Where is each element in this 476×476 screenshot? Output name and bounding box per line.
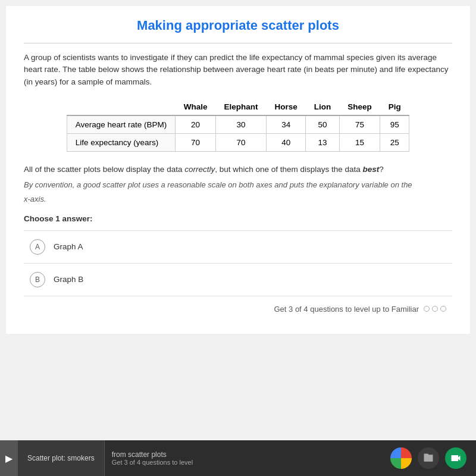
level-dot-1 [424,306,430,312]
question-note: By convention, a good scatter plot uses … [24,179,452,191]
table-header-horse: Horse [267,99,306,115]
row-label-life-expectancy: Life expectancy (years) [67,133,176,151]
table-header-lion: Lion [306,99,340,115]
life-expectancy-elephant: 70 [216,133,267,151]
circle-label-b: B [30,272,45,287]
taskbar-item[interactable]: Scatter plot: smokers [18,440,105,476]
level-dots [424,306,446,312]
table-header-pig: Pig [380,99,409,115]
table-header-empty [67,99,176,115]
page-title: Making appropriate scatter plots [24,18,452,33]
choose-label: Choose 1 answer: [24,214,452,223]
taskbar-right-title: from scatter plots [112,450,383,459]
table-header-row: Whale Elephant Horse Lion Sheep Pig [67,99,409,115]
circle-label-b-text: B [35,275,40,284]
circle-label-a: A [30,239,45,255]
life-expectancy-lion: 13 [306,133,340,151]
taskbar-right: from scatter plots Get 3 of 4 questions … [105,448,390,468]
taskbar-item-text: Scatter plot: smokers [27,454,95,462]
answer-option-b[interactable]: B Graph B [24,264,452,296]
level-up-text: Get 3 of 4 questions to level up to Fami… [274,305,419,314]
level-dot-2 [432,306,438,312]
taskbar: ▶ Scatter plot: smokers from scatter plo… [0,440,476,476]
files-icon [422,452,434,464]
life-expectancy-pig: 25 [380,133,409,151]
play-icon: ▶ [5,453,12,464]
level-dot-3 [440,306,446,312]
chrome-icon-button[interactable] [390,447,412,469]
heart-rate-sheep: 75 [339,115,380,134]
heart-rate-lion: 50 [306,115,340,134]
answer-text-b: Graph B [54,275,83,284]
table-header-elephant: Elephant [216,99,267,115]
row-label-heart-rate: Average heart rate (BPM) [67,115,176,134]
data-table: Whale Elephant Horse Lion Sheep Pig Aver… [67,99,410,152]
answer-text-a: Graph A [54,242,83,251]
meet-icon [450,452,462,464]
table-row-heart-rate: Average heart rate (BPM) 20 30 34 50 75 … [67,115,409,134]
title-divider [24,43,452,43]
files-icon-button[interactable] [418,447,439,469]
life-expectancy-horse: 40 [267,133,306,151]
heart-rate-pig: 95 [380,115,409,134]
answer-option-a[interactable]: A Graph A [24,231,452,264]
meet-icon-button[interactable] [445,447,466,469]
table-header-whale: Whale [176,99,216,115]
taskbar-icons [390,447,476,469]
heart-rate-horse: 34 [267,115,306,134]
life-expectancy-sheep: 15 [339,133,380,151]
circle-label-a-text: A [35,243,40,251]
level-up-bar: Get 3 of 4 questions to level up to Fami… [24,296,452,322]
question-main: All of the scatter plots below display t… [24,164,452,176]
life-expectancy-whale: 70 [176,133,216,151]
taskbar-right-sub: Get 3 of 4 questions to level [112,459,383,466]
description-text: A group of scientists wants to investiga… [24,52,452,88]
heart-rate-elephant: 30 [216,115,267,134]
table-header-sheep: Sheep [339,99,380,115]
taskbar-play-button[interactable]: ▶ [0,440,18,476]
x-axis-note: x-axis. [24,195,452,203]
heart-rate-whale: 20 [176,115,216,134]
main-content: Making appropriate scatter plots A group… [6,6,470,334]
table-row-life-expectancy: Life expectancy (years) 70 70 40 13 15 2… [67,133,409,151]
